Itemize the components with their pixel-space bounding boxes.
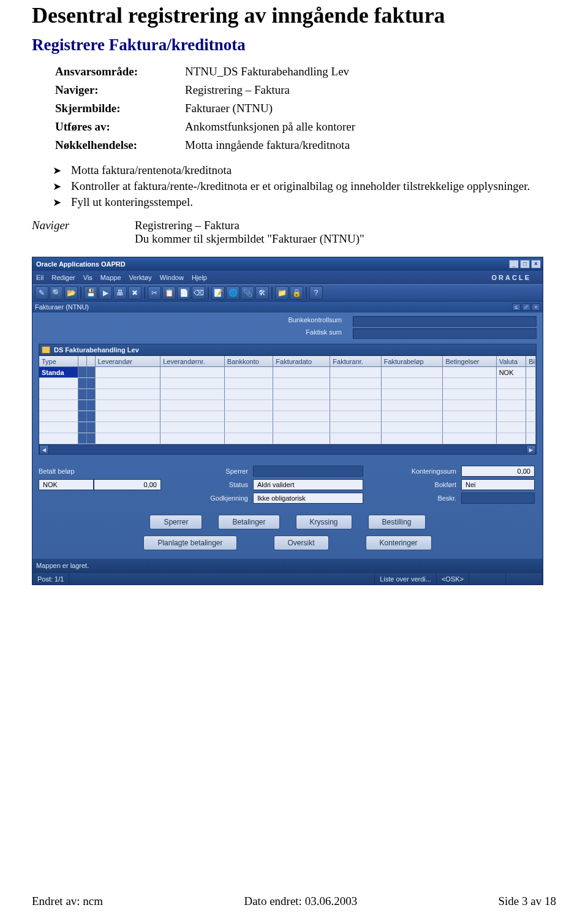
oversikt-button[interactable]: Oversikt bbox=[274, 536, 329, 550]
cut-icon[interactable]: ✂ bbox=[148, 286, 161, 300]
menu-item[interactable]: Rediger bbox=[51, 274, 75, 281]
menu-item[interactable]: Vis bbox=[83, 274, 92, 281]
grid-body[interactable]: Standa NOK bbox=[39, 367, 536, 444]
close-form-icon[interactable]: ✖ bbox=[128, 286, 141, 300]
sperrer-button[interactable]: Sperrer bbox=[149, 515, 202, 529]
navigate-label: Naviger bbox=[32, 219, 135, 246]
table-row[interactable] bbox=[39, 378, 536, 389]
save-icon[interactable]: 💾 bbox=[84, 286, 97, 300]
cell-type[interactable]: Standa bbox=[39, 367, 78, 378]
cell-leverandor[interactable] bbox=[96, 367, 161, 378]
scroll-track[interactable] bbox=[49, 445, 526, 454]
table-row[interactable] bbox=[39, 422, 536, 433]
menu-item[interactable]: Window bbox=[160, 274, 184, 281]
menu-item[interactable]: Hjelp bbox=[192, 274, 207, 281]
col-type[interactable]: Type bbox=[39, 356, 78, 367]
invoice-grid[interactable]: Type Leverandør Leverandørnr. Bankkonto … bbox=[39, 356, 537, 455]
table-row[interactable]: Standa NOK bbox=[39, 367, 536, 378]
form-minimize-icon[interactable]: ≤ bbox=[512, 303, 521, 311]
planlagte-button[interactable]: Planlagte betalinger bbox=[143, 536, 236, 550]
col-fakturabelop[interactable]: Fakturabeløp bbox=[382, 356, 443, 367]
paste-icon[interactable]: 📄 bbox=[177, 286, 190, 300]
menu-item[interactable]: Mappe bbox=[100, 274, 121, 281]
bullet-item: Fyll ut konteringsstempel. bbox=[53, 195, 556, 209]
copy-icon[interactable]: 📋 bbox=[162, 286, 176, 300]
konteringer-button[interactable]: Konteringer bbox=[366, 536, 432, 550]
cell-fakturabelop[interactable] bbox=[382, 367, 443, 378]
sperrer-label: Sperrer bbox=[161, 468, 253, 475]
konteringssum-label: Konteringssum bbox=[363, 468, 461, 475]
status-cell bbox=[506, 573, 543, 585]
cell-betingelser[interactable] bbox=[443, 367, 496, 378]
lock-icon[interactable]: 🔒 bbox=[290, 286, 303, 300]
attach-icon[interactable]: 📎 bbox=[241, 286, 254, 300]
kryssing-button[interactable]: Kryssing bbox=[296, 515, 352, 529]
col-pin[interactable] bbox=[78, 356, 87, 367]
form-body: Bunkekontrollsum Faktisk sum DS Fakturab… bbox=[32, 312, 543, 559]
meta-table: Ansvarsområde: NTNU_DS Fakturabehandling… bbox=[54, 62, 356, 155]
help-icon[interactable]: ? bbox=[309, 286, 323, 300]
folder-icon[interactable]: 📁 bbox=[275, 286, 288, 300]
sperrer-field bbox=[253, 466, 363, 477]
faktisk-label: Faktisk sum bbox=[267, 328, 347, 339]
search-icon[interactable]: 🔍 bbox=[50, 286, 63, 300]
new-icon[interactable]: ✎ bbox=[35, 286, 48, 300]
erase-icon[interactable]: ⌫ bbox=[192, 286, 205, 300]
bestilling-button[interactable]: Bestilling bbox=[368, 515, 426, 529]
godkjenning-label: Godkjenning bbox=[161, 494, 253, 502]
folder-header[interactable]: DS Fakturabehandling Lev bbox=[39, 344, 537, 356]
menubar[interactable]: Eil Rediger Vis Mappe Verktøy Window Hje… bbox=[32, 271, 543, 284]
scroll-left-icon[interactable]: ◄ bbox=[39, 445, 49, 455]
close-icon[interactable]: × bbox=[531, 260, 541, 268]
col-leverandor[interactable]: Leverandør bbox=[96, 356, 161, 367]
translate-icon[interactable]: 🌐 bbox=[226, 286, 239, 300]
col-bankkonto[interactable]: Bankkonto bbox=[225, 356, 274, 367]
summary-panel: Betalt beløp Sperrer Konteringssum 0,00 … bbox=[39, 466, 537, 504]
cell-bank[interactable] bbox=[225, 367, 274, 378]
col-fakturanr[interactable]: Fakturanr. bbox=[330, 356, 381, 367]
table-row[interactable] bbox=[39, 433, 536, 444]
col-fakturadato[interactable]: Fakturadato bbox=[273, 356, 330, 367]
cell-valuta[interactable]: NOK bbox=[497, 367, 527, 378]
print-icon[interactable]: 🖶 bbox=[113, 286, 127, 300]
maximize-icon[interactable]: □ bbox=[520, 260, 530, 268]
scroll-right-icon[interactable]: ► bbox=[526, 445, 536, 455]
konteringssum-value: 0,00 bbox=[461, 466, 535, 477]
betalt-currency: NOK bbox=[39, 479, 94, 490]
col-leverandornr[interactable]: Leverandørnr. bbox=[160, 356, 225, 367]
col-valuta[interactable]: Valuta bbox=[497, 356, 527, 367]
folder-open-icon[interactable] bbox=[42, 346, 50, 354]
menu-item[interactable]: Eil bbox=[36, 274, 43, 281]
bokfort-label: Bokført bbox=[363, 481, 461, 488]
tools-icon[interactable]: 🛠 bbox=[255, 286, 269, 300]
nav-icon[interactable]: 📂 bbox=[64, 286, 78, 300]
table-row[interactable] bbox=[39, 411, 536, 422]
section-title: Registrere Faktura/kreditnota bbox=[32, 36, 556, 55]
col-bilag[interactable]: Bil bbox=[526, 356, 536, 367]
betalinger-button[interactable]: Betalinger bbox=[218, 515, 279, 529]
status-spacer bbox=[69, 573, 375, 585]
bullet-item: Motta faktura/rentenota/kreditnota bbox=[53, 164, 556, 177]
form-close-icon[interactable]: × bbox=[532, 303, 540, 311]
menu-item[interactable]: Verktøy bbox=[129, 274, 152, 281]
cell-bilag[interactable] bbox=[526, 367, 536, 378]
cell-fakturanr[interactable] bbox=[330, 367, 381, 378]
cell-fakturadato[interactable] bbox=[273, 367, 330, 378]
window-titlebar[interactable]: Oracle Applications OAPRD _ □ × bbox=[32, 257, 543, 271]
meta-value: Registrering – Faktura bbox=[185, 81, 355, 99]
col-betingelser[interactable]: Betingelser bbox=[443, 356, 496, 367]
form-maximize-icon[interactable]: ⤢ bbox=[522, 303, 530, 311]
folder-name: DS Fakturabehandling Lev bbox=[54, 346, 139, 354]
edit-icon[interactable]: 📝 bbox=[211, 286, 225, 300]
col-pin[interactable] bbox=[87, 356, 96, 367]
bunkekontroll-field[interactable] bbox=[353, 316, 537, 327]
minimize-icon[interactable]: _ bbox=[509, 260, 519, 268]
table-row[interactable] bbox=[39, 400, 536, 411]
record-indicator: Post: 1/1 bbox=[32, 573, 69, 585]
window-title: Oracle Applications OAPRD bbox=[36, 260, 126, 268]
table-row[interactable] bbox=[39, 389, 536, 400]
footer-left: Endret av: ncm bbox=[32, 895, 103, 908]
grid-scrollbar[interactable]: ◄ ► bbox=[39, 444, 536, 454]
next-icon[interactable]: ▶ bbox=[99, 286, 112, 300]
cell-leverandornr[interactable] bbox=[160, 367, 225, 378]
